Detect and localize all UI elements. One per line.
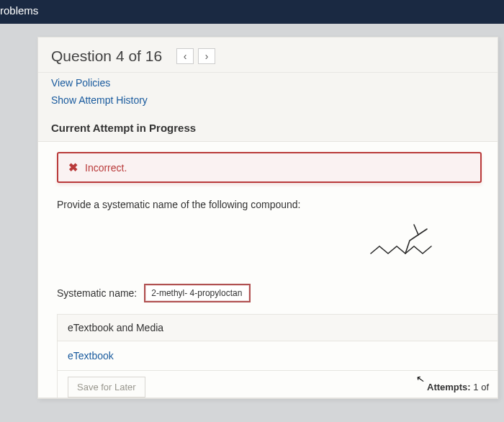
attempts-label: Attempts:: [427, 382, 471, 392]
top-nav-title: roblems: [0, 4, 38, 17]
question-nav: ‹ ›: [176, 48, 215, 64]
svg-line-0: [418, 229, 427, 235]
question-card: Question 4 of 16 ‹ › View Policies Show …: [37, 37, 498, 399]
question-content: ✖ Incorrect. Provide a systematic name o…: [38, 141, 498, 398]
question-prompt: Provide a systematic name of the followi…: [57, 196, 498, 220]
molecule-icon: [366, 217, 453, 262]
page-container: Question 4 of 16 ‹ › View Policies Show …: [0, 24, 504, 399]
policy-links: View Policies Show Attempt History: [38, 72, 498, 110]
systematic-name-input[interactable]: [144, 284, 251, 302]
attempt-section-title: Current Attempt in Progress: [38, 110, 498, 141]
feedback-incorrect: ✖ Incorrect.: [57, 152, 482, 183]
chevron-right-icon: ›: [205, 51, 209, 61]
question-header: Question 4 of 16 ‹ ›: [38, 37, 498, 72]
etextbook-section: eTextbook and Media eTextbook Save for L…: [57, 314, 498, 398]
top-nav-bar: roblems: [0, 0, 504, 24]
question-number-title: Question 4 of 16: [51, 48, 162, 65]
save-for-later-button[interactable]: Save for Later: [68, 377, 145, 398]
feedback-text: Incorrect.: [85, 162, 127, 174]
cursor-icon: ↖: [415, 372, 426, 385]
prev-question-button[interactable]: ‹: [176, 48, 194, 64]
next-question-button[interactable]: ›: [198, 48, 215, 64]
footer-row: Save for Later Attempts: 1 of: [58, 371, 498, 398]
show-attempt-history-link[interactable]: Show Attempt History: [51, 91, 485, 109]
x-icon: ✖: [68, 161, 78, 174]
answer-row: Systematic name:: [57, 279, 498, 314]
attempts-counter: Attempts: 1 of: [427, 382, 489, 392]
answer-label: Systematic name:: [57, 287, 137, 299]
view-policies-link[interactable]: View Policies: [51, 74, 485, 91]
etextbook-header: eTextbook and Media: [58, 315, 498, 341]
etextbook-link[interactable]: eTextbook: [58, 341, 498, 371]
attempts-value: 1 of: [473, 382, 489, 392]
chevron-left-icon: ‹: [184, 51, 187, 61]
compound-structure: [57, 220, 498, 279]
svg-line-1: [414, 225, 418, 235]
